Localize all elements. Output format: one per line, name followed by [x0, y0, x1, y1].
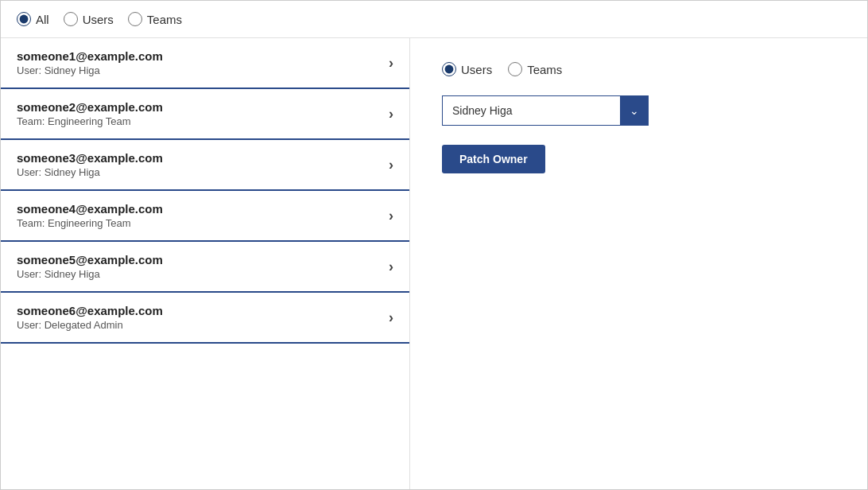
- list-item-sub: User: Delegated Admin: [17, 319, 163, 331]
- list-item-content: someone1@example.com User: Sidney Higa: [17, 49, 163, 76]
- list-item[interactable]: someone4@example.com Team: Engineering T…: [1, 191, 409, 242]
- list-item-content: someone3@example.com User: Sidney Higa: [17, 151, 163, 178]
- list-item-email: someone3@example.com: [17, 151, 163, 165]
- detail-panel: Users Teams Sidney Higa Other User ⌄ Pat…: [410, 38, 867, 489]
- list-item-sub: User: Sidney Higa: [17, 268, 163, 280]
- list-item[interactable]: someone3@example.com User: Sidney Higa ›: [1, 140, 409, 191]
- owner-users-text: Users: [461, 63, 492, 76]
- owner-users-radio[interactable]: [442, 62, 456, 76]
- list-item[interactable]: someone5@example.com User: Sidney Higa ›: [1, 242, 409, 293]
- owner-teams-text: Teams: [527, 63, 562, 76]
- owner-radio-group: Users Teams: [442, 62, 835, 76]
- owner-teams-label[interactable]: Teams: [508, 62, 562, 76]
- list-panel: someone1@example.com User: Sidney Higa ›…: [1, 38, 410, 489]
- filter-teams-text: Teams: [147, 13, 182, 26]
- list-item-email: someone1@example.com: [17, 49, 163, 63]
- filter-users-label[interactable]: Users: [64, 12, 114, 26]
- chevron-right-icon: ›: [389, 55, 393, 72]
- owner-teams-radio[interactable]: [508, 62, 522, 76]
- chevron-right-icon: ›: [389, 208, 393, 224]
- list-item-email: someone5@example.com: [17, 253, 163, 266]
- filter-all-radio[interactable]: [17, 12, 31, 26]
- owner-select[interactable]: Sidney Higa Other User: [442, 95, 649, 126]
- filter-all-label[interactable]: All: [17, 12, 49, 26]
- filter-teams-label[interactable]: Teams: [128, 12, 182, 26]
- top-filter-bar: All Users Teams: [1, 1, 867, 38]
- chevron-right-icon: ›: [389, 106, 393, 122]
- list-item[interactable]: someone2@example.com Team: Engineering T…: [1, 89, 409, 140]
- list-item-sub: Team: Engineering Team: [17, 115, 163, 127]
- filter-all-text: All: [36, 13, 49, 26]
- list-item-sub: User: Sidney Higa: [17, 64, 163, 76]
- list-item[interactable]: someone6@example.com User: Delegated Adm…: [1, 293, 409, 344]
- list-item-email: someone2@example.com: [17, 100, 163, 114]
- list-item-content: someone5@example.com User: Sidney Higa: [17, 253, 163, 280]
- list-item-sub: User: Sidney Higa: [17, 166, 163, 178]
- chevron-right-icon: ›: [389, 157, 393, 173]
- patch-owner-button[interactable]: Patch Owner: [442, 145, 545, 173]
- list-item-email: someone6@example.com: [17, 304, 163, 317]
- list-item-sub: Team: Engineering Team: [17, 217, 163, 229]
- list-item-email: someone4@example.com: [17, 202, 163, 216]
- list-item-content: someone4@example.com Team: Engineering T…: [17, 202, 163, 229]
- filter-teams-radio[interactable]: [128, 12, 142, 26]
- owner-users-label[interactable]: Users: [442, 62, 492, 76]
- filter-users-radio[interactable]: [64, 12, 78, 26]
- main-container: All Users Teams someone1@example.com Use…: [0, 0, 868, 490]
- chevron-right-icon: ›: [389, 259, 393, 275]
- filter-users-text: Users: [83, 13, 114, 26]
- owner-select-wrapper: Sidney Higa Other User ⌄: [442, 95, 649, 126]
- content-area: someone1@example.com User: Sidney Higa ›…: [1, 38, 867, 489]
- chevron-right-icon: ›: [389, 309, 393, 326]
- list-item[interactable]: someone1@example.com User: Sidney Higa ›: [1, 38, 409, 89]
- list-item-content: someone2@example.com Team: Engineering T…: [17, 100, 163, 127]
- list-item-content: someone6@example.com User: Delegated Adm…: [17, 304, 163, 331]
- top-radio-group: All Users Teams: [17, 12, 182, 26]
